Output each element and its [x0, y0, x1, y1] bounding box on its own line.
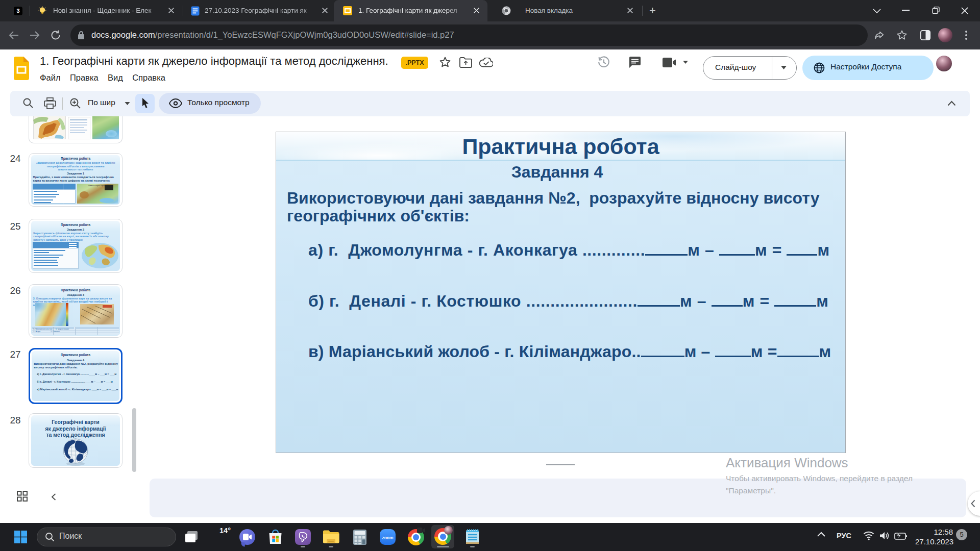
svg-text:Фізична карта України: Фізична карта України: [88, 185, 107, 187]
